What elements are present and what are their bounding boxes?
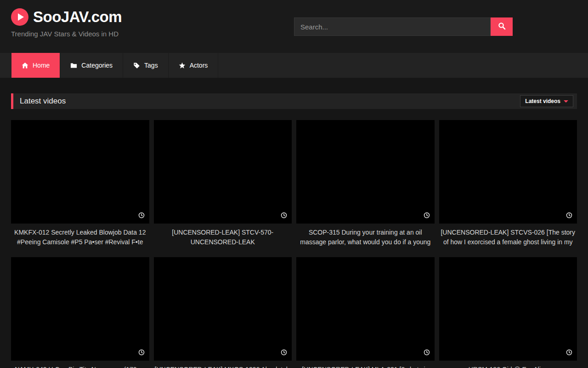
video-card[interactable]: [UNCENSORED-LEAK] MLA-231 [3 shots in <box>296 257 435 368</box>
video-title[interactable]: [UNCENSORED-LEAK] STCV-570-UNCENSORED-LE… <box>154 228 292 247</box>
video-thumbnail[interactable] <box>154 257 292 361</box>
search-form <box>294 17 513 36</box>
video-title[interactable]: KMKFX-012 Secretly Leaked Blowjob Data 1… <box>11 228 149 247</box>
video-title[interactable]: [UNCENSORED-LEAK] MXGS-1296 Absolutely <box>154 365 292 368</box>
nav-item-categories[interactable]: Categories <box>60 53 123 78</box>
search-input[interactable] <box>294 17 491 36</box>
sort-dropdown-label: Latest videos <box>525 98 560 104</box>
clock-icon <box>566 212 572 218</box>
folder-icon <box>70 62 77 69</box>
nav-item-home[interactable]: Home <box>11 53 60 78</box>
video-title[interactable]: SCOP-315 During your training at an oil … <box>296 228 435 247</box>
search-icon <box>498 22 506 31</box>
site-logo[interactable]: SooJAV.com <box>11 8 122 26</box>
nav-item-actors[interactable]: Actors <box>169 53 219 78</box>
caret-down-icon <box>564 100 568 103</box>
clock-icon <box>138 212 145 218</box>
logo-block: SooJAV.com Trending JAV Stars & Videos i… <box>11 8 122 38</box>
nav-item-label: Tags <box>144 62 158 69</box>
nav-item-tags[interactable]: Tags <box>123 53 169 78</box>
clock-icon <box>281 212 287 218</box>
clock-icon <box>281 349 287 356</box>
video-thumbnail[interactable] <box>439 257 577 361</box>
nav-item-label: Home <box>33 62 50 69</box>
clock-icon <box>424 349 430 356</box>
sort-dropdown[interactable]: Latest videos <box>520 95 573 107</box>
play-circle-icon <box>11 8 28 26</box>
main-content: Latest videos Latest videos KMKFX-012 Se… <box>11 93 577 368</box>
section-title: Latest videos <box>20 97 66 106</box>
star-icon <box>179 62 186 69</box>
video-card[interactable]: NAMH-042 H Cup Big Tits Newcomer (170cm … <box>11 257 149 368</box>
video-thumbnail[interactable] <box>296 257 435 361</box>
video-card[interactable]: [UNCENSORED-LEAK] STCVS-026 [The story o… <box>439 120 577 247</box>
tag-icon <box>133 62 140 69</box>
video-thumbnail[interactable] <box>296 120 435 224</box>
video-grid: KMKFX-012 Secretly Leaked Blowjob Data 1… <box>11 120 577 368</box>
clock-icon <box>424 212 430 218</box>
video-title[interactable]: NAMH-042 H Cup Big Tits Newcomer (170cm … <box>11 365 149 368</box>
video-card[interactable]: KMKFX-012 Secretly Leaked Blowjob Data 1… <box>11 120 149 247</box>
video-card[interactable]: SCOP-315 During your training at an oil … <box>296 120 435 247</box>
video-thumbnail[interactable] <box>439 120 577 224</box>
nav-item-label: Actors <box>190 62 208 69</box>
video-card[interactable]: [UNCENSORED-LEAK] MXGS-1296 Absolutely <box>154 257 292 368</box>
video-thumbnail[interactable] <box>11 120 149 224</box>
site-tagline: Trending JAV Stars & Videos in HD <box>11 30 122 38</box>
video-title[interactable]: [UNCENSORED-LEAK] STCVS-026 [The story o… <box>439 228 577 247</box>
site-header: SooJAV.com Trending JAV Stars & Videos i… <box>0 0 588 53</box>
video-title[interactable]: HRSM-186 Girl @ Era Alice <box>439 365 577 368</box>
site-name: SooJAV.com <box>33 8 122 26</box>
home-icon <box>22 62 28 69</box>
video-card[interactable]: [UNCENSORED-LEAK] STCV-570-UNCENSORED-LE… <box>154 120 292 247</box>
video-card[interactable]: HRSM-186 Girl @ Era Alice <box>439 257 577 368</box>
search-button[interactable] <box>491 17 513 36</box>
video-title[interactable]: [UNCENSORED-LEAK] MLA-231 [3 shots in <box>296 365 435 368</box>
video-thumbnail[interactable] <box>154 120 292 224</box>
clock-icon <box>138 349 145 356</box>
video-thumbnail[interactable] <box>11 257 149 361</box>
nav-item-label: Categories <box>81 62 113 69</box>
section-header: Latest videos Latest videos <box>11 93 577 109</box>
main-nav: Home Categories Tags Actors <box>0 53 588 78</box>
clock-icon <box>566 349 572 356</box>
